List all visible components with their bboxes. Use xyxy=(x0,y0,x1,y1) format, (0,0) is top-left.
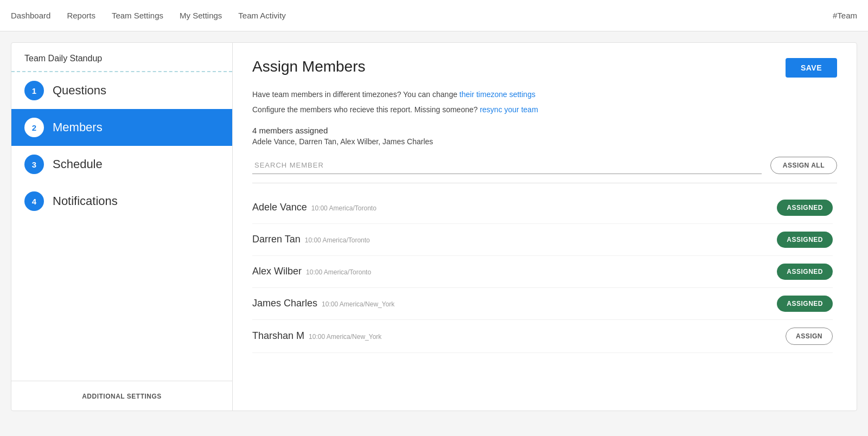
assign-all-button[interactable]: ASSIGN ALL xyxy=(770,157,837,174)
sidebar-item-members[interactable]: 2 Members xyxy=(11,109,232,146)
step-circle-3: 3 xyxy=(24,155,44,174)
member-tz: 10:00 America/Toronto xyxy=(305,236,370,244)
member-row: Darren Tan 10:00 America/Toronto ASSIGNE… xyxy=(252,224,833,256)
step-label-notifications: Notifications xyxy=(53,194,118,208)
member-tz: 10:00 America/Toronto xyxy=(306,268,371,276)
assigned-button-0[interactable]: ASSIGNED xyxy=(777,200,833,216)
content-area: Assign Members SAVE Have team members in… xyxy=(233,43,857,411)
sidebar-item-schedule[interactable]: 3 Schedule xyxy=(11,146,232,183)
member-info: James Charles 10:00 America/New_York xyxy=(252,298,394,309)
member-tz: 10:00 America/New_York xyxy=(322,300,394,308)
resync-link[interactable]: resync your team xyxy=(480,105,538,114)
step-label-members: Members xyxy=(53,120,103,134)
search-input[interactable] xyxy=(252,157,762,174)
sidebar-title: Team Daily Standup xyxy=(11,43,232,72)
additional-settings-label[interactable]: ADDITIONAL SETTINGS xyxy=(82,393,162,400)
members-list-text: Adele Vance, Darren Tan, Alex Wilber, Ja… xyxy=(252,137,837,146)
step-circle-4: 4 xyxy=(24,191,44,211)
nav-team-activity[interactable]: Team Activity xyxy=(238,9,286,22)
member-tz: 10:00 America/Toronto xyxy=(311,204,376,212)
member-info: Tharshan M 10:00 America/New_York xyxy=(252,330,381,342)
main-panel: Team Daily Standup 1 Questions 2 Members… xyxy=(11,42,857,411)
info-text-2: Configure the members who recieve this r… xyxy=(252,104,837,116)
member-info: Darren Tan 10:00 America/Toronto xyxy=(252,234,370,245)
sidebar-item-notifications[interactable]: 4 Notifications xyxy=(11,183,232,220)
info-text-2-prefix: Configure the members who recieve this r… xyxy=(252,105,480,114)
member-row: James Charles 10:00 America/New_York ASS… xyxy=(252,288,833,320)
page-title: Assign Members xyxy=(252,58,366,75)
step-label-questions: Questions xyxy=(53,84,106,98)
search-row: ASSIGN ALL xyxy=(252,157,837,174)
assign-button-4[interactable]: ASSIGN xyxy=(786,328,833,345)
member-name: James Charles xyxy=(252,298,317,309)
assigned-button-1[interactable]: ASSIGNED xyxy=(777,232,833,248)
member-row: Adele Vance 10:00 America/Toronto ASSIGN… xyxy=(252,192,833,224)
member-row: Tharshan M 10:00 America/New_York ASSIGN xyxy=(252,320,833,353)
members-count: 4 members assigned xyxy=(252,126,837,135)
member-info: Alex Wilber 10:00 America/Toronto xyxy=(252,266,371,277)
member-info: Adele Vance 10:00 America/Toronto xyxy=(252,202,376,213)
step-circle-2: 2 xyxy=(24,118,44,137)
save-button[interactable]: SAVE xyxy=(786,58,837,78)
main-wrapper: Team Daily Standup 1 Questions 2 Members… xyxy=(0,31,868,422)
member-row: Alex Wilber 10:00 America/Toronto ASSIGN… xyxy=(252,256,833,288)
divider xyxy=(252,183,837,183)
member-name: Tharshan M xyxy=(252,330,304,342)
member-name: Alex Wilber xyxy=(252,266,302,277)
step-circle-1: 1 xyxy=(24,81,44,100)
assigned-button-2[interactable]: ASSIGNED xyxy=(777,264,833,280)
member-tz: 10:00 America/New_York xyxy=(309,333,381,341)
assigned-button-3[interactable]: ASSIGNED xyxy=(777,296,833,312)
sidebar-footer: ADDITIONAL SETTINGS xyxy=(11,381,232,411)
nav-dashboard[interactable]: Dashboard xyxy=(11,9,50,22)
sidebar: Team Daily Standup 1 Questions 2 Members… xyxy=(11,43,233,411)
member-name: Adele Vance xyxy=(252,202,307,213)
sidebar-nav: 1 Questions 2 Members 3 Schedule 4 Notif… xyxy=(11,72,232,381)
timezone-settings-link[interactable]: their timezone settings xyxy=(459,90,535,99)
nav-brand: #Team xyxy=(833,11,857,20)
nav-team-settings[interactable]: Team Settings xyxy=(112,9,163,22)
nav-items: Dashboard Reports Team Settings My Setti… xyxy=(11,9,833,22)
content-header: Assign Members SAVE xyxy=(252,58,837,78)
info-text-1-prefix: Have team members in different timezones… xyxy=(252,90,459,99)
info-text-1: Have team members in different timezones… xyxy=(252,88,837,100)
top-nav: Dashboard Reports Team Settings My Setti… xyxy=(0,0,868,31)
step-label-schedule: Schedule xyxy=(53,157,103,171)
nav-reports[interactable]: Reports xyxy=(67,9,95,22)
sidebar-item-questions[interactable]: 1 Questions xyxy=(11,72,232,109)
members-scroll: Adele Vance 10:00 America/Toronto ASSIGN… xyxy=(252,192,837,353)
member-name: Darren Tan xyxy=(252,234,301,245)
nav-my-settings[interactable]: My Settings xyxy=(180,9,222,22)
